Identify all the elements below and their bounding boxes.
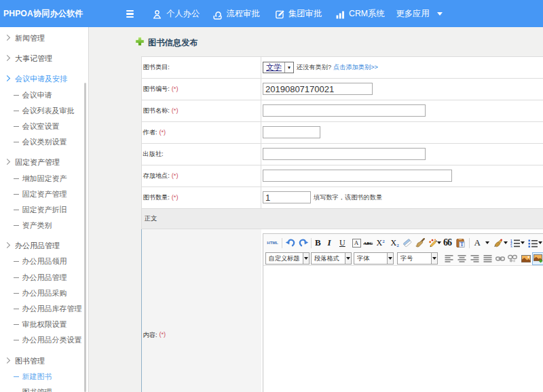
text-input-5[interactable] [263, 191, 311, 203]
sidebar-scrollbar-thumb[interactable] [84, 83, 86, 392]
unordered-list-icon[interactable] [528, 236, 538, 250]
nav-item-more[interactable]: 更多应用 [396, 0, 430, 27]
user-icon [153, 9, 162, 22]
hamburger-menu-icon[interactable] [126, 10, 134, 18]
sidebar-item-5[interactable]: 会议室设置 [0, 119, 88, 134]
undo-icon[interactable] [285, 236, 295, 250]
sidebar-item-label: 办公用品库存管理 [22, 305, 82, 313]
sidebar-item-4[interactable]: 会议列表及审批 [0, 103, 88, 119]
combo-0[interactable]: 自定义标题 [265, 252, 310, 264]
nav-item-2[interactable]: 集团审批 [288, 0, 322, 27]
add-category-link[interactable]: 点击添加类别>> [333, 63, 378, 72]
sidebar-item-13[interactable]: 办公用品领用 [0, 254, 88, 269]
sidebar-item-21[interactable]: 图书管理 [0, 385, 88, 392]
underline-icon[interactable]: U [339, 236, 345, 250]
category-hint: 还没有类别? [297, 63, 331, 72]
font-box-icon[interactable]: A [352, 236, 361, 250]
eraser-icon[interactable] [402, 236, 412, 250]
sidebar-item-18[interactable]: 办公用品分类设置 [0, 332, 88, 348]
subscript-icon[interactable]: X2 [391, 236, 399, 250]
caret-down-icon[interactable] [431, 253, 437, 264]
html-source-icon[interactable]: HTML [267, 236, 278, 250]
align-left-icon[interactable] [445, 254, 453, 263]
caret-down-icon[interactable] [485, 241, 489, 244]
combo-2[interactable]: 字体 [354, 252, 394, 264]
sidebar-item-6[interactable]: 会议类别设置 [0, 134, 88, 150]
italic-icon[interactable]: I [328, 236, 331, 250]
superscript-icon[interactable]: X2 [377, 236, 385, 250]
sidebar-group-0[interactable]: 新闻管理 [0, 31, 88, 46]
highlight-pen-icon[interactable] [493, 236, 503, 250]
editor-content-area[interactable] [263, 266, 543, 392]
field-label: 存放地点:(*) [142, 165, 261, 187]
caret-down-icon[interactable] [521, 241, 525, 244]
sidebar-item-8[interactable]: 增加固定资产 [0, 171, 88, 187]
sidebar-group-19[interactable]: 图书管理 [0, 353, 88, 369]
sidebar-item-10[interactable]: 固定资产折旧 [0, 202, 88, 218]
top-navbar: PHPOA协同办公软件 个人办公流程审批集团审批CRM系统更多应用 [0, 0, 543, 27]
caret-down-icon[interactable] [387, 253, 393, 264]
align-center-icon[interactable] [457, 254, 466, 263]
select-value: 文学 [263, 62, 284, 73]
autotypeset-icon[interactable] [428, 236, 437, 250]
text-input-3[interactable] [263, 148, 426, 160]
combo-1[interactable]: 段落格式 [311, 252, 352, 264]
form-row-category: 图书类目:文学▼还没有类别?点击添加类别>> [141, 56, 543, 79]
text-input-2[interactable] [263, 126, 320, 138]
sidebar-group-1[interactable]: 大事记管理 [0, 51, 88, 66]
nav-item-1[interactable]: 流程审批 [227, 0, 260, 27]
sidebar-item-label: 会议室设置 [22, 122, 60, 130]
link-icon[interactable] [495, 254, 505, 263]
sidebar-item-15[interactable]: 办公用品采购 [0, 286, 88, 301]
sidebar-item-11[interactable]: 资产类别 [0, 218, 88, 233]
sidebar-group-12[interactable]: 办公用品管理 [0, 238, 88, 254]
field-label-text: 存放地点: [143, 172, 170, 180]
ordered-list-icon[interactable]: 123 [510, 236, 520, 250]
align-justify-icon[interactable] [483, 254, 492, 263]
dash-icon [14, 293, 19, 294]
redo-icon[interactable] [299, 236, 309, 250]
caret-down-icon[interactable] [303, 253, 309, 264]
book-form: 图书类目:文学▼还没有类别?点击添加类别>>图书编号:(*)图书名称:(*)作者… [141, 56, 543, 392]
field-hint: 填写数字，该图书的数量 [314, 193, 382, 202]
sidebar-group-7[interactable]: 固定资产管理 [0, 155, 88, 170]
image-icon[interactable] [521, 254, 531, 263]
sidebar: 新闻管理大事记管理会议申请及安排会议申请会议列表及审批会议室设置会议类别设置固定… [0, 27, 89, 392]
text-input-0[interactable] [263, 83, 373, 95]
sidebar-item-14[interactable]: 办公用品管理 [0, 270, 88, 286]
text-input-4[interactable] [263, 170, 452, 182]
caret-down-icon[interactable] [437, 241, 441, 244]
nav-item-0[interactable]: 个人办公 [166, 0, 200, 27]
toolbar-separator [469, 238, 470, 248]
caret-down-icon[interactable] [538, 241, 542, 244]
required-mark: (*) [172, 107, 179, 114]
form-row-2: 作者:(*) [141, 122, 543, 144]
strikethrough-icon[interactable]: ABC [364, 236, 373, 250]
format-brush-icon[interactable] [415, 236, 425, 250]
combo-3[interactable]: 字号 [397, 252, 438, 264]
caret-down-icon[interactable] [504, 241, 508, 244]
sidebar-item-20[interactable]: 新建图书 [0, 369, 88, 385]
unlink-icon[interactable] [508, 254, 517, 263]
sidebar-group-2[interactable]: 会议申请及安排 [0, 71, 88, 87]
blockquote-icon[interactable]: 66 [443, 236, 451, 250]
text-input-1[interactable] [263, 104, 426, 117]
sidebar-item-3[interactable]: 会议申请 [0, 87, 88, 103]
bold-icon[interactable]: B [315, 236, 321, 250]
category-select[interactable]: 文学▼ [263, 62, 294, 73]
required-mark: (*) [172, 172, 179, 179]
image-upload-icon[interactable] [532, 252, 543, 265]
field-label: 内容:(*) [142, 229, 261, 392]
field-cell [263, 144, 426, 165]
align-right-icon[interactable] [470, 254, 479, 263]
font-color-icon[interactable]: A [474, 236, 481, 250]
dash-icon [14, 225, 19, 226]
sidebar-item-9[interactable]: 固定资产管理 [0, 187, 88, 202]
sidebar-item-16[interactable]: 办公用品库存管理 [0, 301, 88, 317]
field-label: 图书编号:(*) [142, 79, 261, 100]
bar-chart-icon [336, 9, 345, 22]
sidebar-item-17[interactable]: 审批权限设置 [0, 317, 88, 332]
caret-down-icon[interactable] [345, 253, 351, 264]
paste-icon[interactable]: T [455, 236, 465, 250]
nav-item-3[interactable]: CRM系统 [349, 0, 385, 27]
